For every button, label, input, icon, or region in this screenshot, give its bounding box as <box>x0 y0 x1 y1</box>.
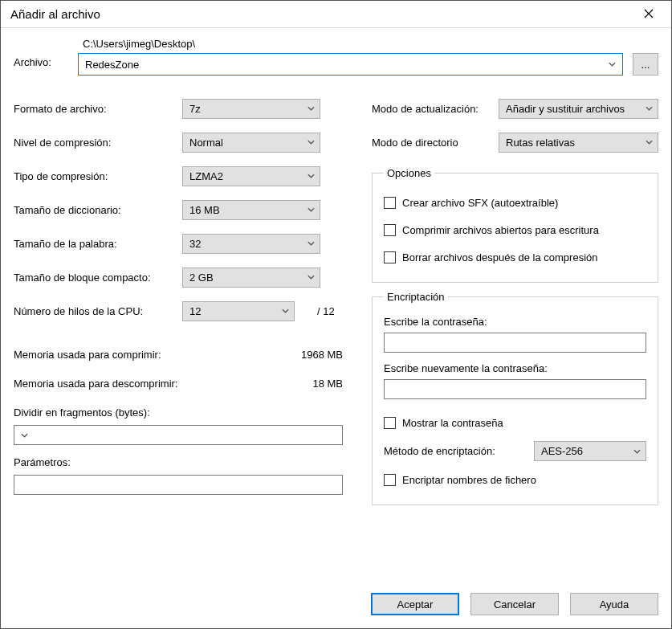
fragments-label: Dividir en fragmentos (bytes): <box>14 406 343 419</box>
format-label: Formato de archivo: <box>14 103 182 115</box>
mem-compress-value: 1968 MB <box>301 349 343 361</box>
checkbox-encrypt-names[interactable] <box>384 474 396 486</box>
encryption-legend: Encriptación <box>384 291 448 303</box>
enc-method-row: Método de encriptación: AES-256 <box>384 441 646 461</box>
archive-path: C:\Users\jimeg\Desktop\ <box>83 38 658 50</box>
browse-label: ... <box>641 59 650 71</box>
chevron-down-icon <box>633 449 641 454</box>
dict-label: Tamaño de diccionario: <box>14 204 182 216</box>
chevron-down-icon <box>646 140 653 145</box>
row-method: Tipo de compresión: LZMA2 <box>14 159 343 193</box>
opt-open-label: Comprimir archivos abiertos para escritu… <box>402 224 599 236</box>
threads-label: Número de hilos de la CPU: <box>14 305 182 317</box>
password-label: Escribe la contraseña: <box>384 316 646 328</box>
row-level: Nivel de compresión: Normal <box>14 125 343 159</box>
dialog-add-to-archive: Añadir al archivo Archivo: C:\Users\jime… <box>0 0 672 629</box>
chevron-down-icon <box>282 308 289 313</box>
row-format: Formato de archivo: 7z <box>14 92 343 125</box>
opt-open-row[interactable]: Comprimir archivos abiertos para escritu… <box>384 216 646 243</box>
word-value: 32 <box>189 238 201 250</box>
checkbox-delete-after[interactable] <box>384 251 396 263</box>
block-select[interactable]: 2 GB <box>182 268 320 288</box>
close-button[interactable] <box>631 2 666 27</box>
word-select[interactable]: 32 <box>182 234 320 254</box>
chevron-down-icon <box>307 241 315 246</box>
dict-value: 16 MB <box>189 204 220 216</box>
row-path-mode: Modo de directorio Rutas relativas <box>372 125 658 159</box>
params-input[interactable] <box>14 475 343 495</box>
show-password-label: Mostrar la contraseña <box>402 417 503 429</box>
word-label: Tamaño de la palabra: <box>14 238 182 250</box>
chevron-down-icon <box>307 174 315 178</box>
options-legend: Opciones <box>384 167 434 179</box>
cancel-label: Cancelar <box>494 598 536 611</box>
level-label: Nivel de compresión: <box>14 137 182 149</box>
dialog-buttons: Aceptar Cancelar Ayuda <box>1 580 671 628</box>
checkbox-sfx[interactable] <box>384 197 396 209</box>
checkbox-show-password[interactable] <box>384 417 396 429</box>
block-label: Tamaño de bloque compacto: <box>14 272 182 284</box>
row-update-mode: Modo de actualización: Añadir y sustitui… <box>372 92 658 125</box>
format-value: 7z <box>189 103 201 115</box>
enc-method-select[interactable]: AES-256 <box>534 441 646 461</box>
row-threads: Número de hilos de la CPU: 12 / 12 <box>14 294 343 328</box>
chevron-down-icon <box>307 275 315 280</box>
row-mem-compress: Memoria usada para comprimir: 1968 MB <box>14 342 343 366</box>
help-button[interactable]: Ayuda <box>570 593 658 615</box>
password-input[interactable] <box>384 333 646 353</box>
encryption-fieldset: Encriptación Escribe la contraseña: Escr… <box>372 291 658 505</box>
path-mode-value: Rutas relativas <box>506 137 575 149</box>
archive-name-input[interactable]: RedesZone <box>78 53 623 76</box>
close-icon <box>644 7 654 22</box>
row-mem-decompress: Memoria usada para descomprimir: 18 MB <box>14 371 343 395</box>
password-confirm-label: Escribe nuevamente la contraseña: <box>384 362 646 374</box>
row-word: Tamaño de la palabra: 32 <box>14 227 343 260</box>
path-mode-select[interactable]: Rutas relativas <box>499 133 658 153</box>
archive-field: C:\Users\jimeg\Desktop\ RedesZone ... <box>78 38 658 76</box>
block-value: 2 GB <box>189 272 214 284</box>
options-fieldset: Opciones Crear archivo SFX (autoextraíbl… <box>372 167 658 283</box>
opt-delete-label: Borrar archivos después de la compresión <box>402 251 598 263</box>
update-mode-value: Añadir y sustituir archivos <box>506 103 625 115</box>
chevron-down-icon <box>307 140 315 145</box>
chevron-down-icon <box>307 207 315 212</box>
chevron-down-icon <box>21 433 28 438</box>
dict-select[interactable]: 16 MB <box>182 200 320 220</box>
encrypt-names-label: Encriptar nombres de fichero <box>402 474 536 486</box>
right-column: Modo de actualización: Añadir y sustitui… <box>372 92 658 505</box>
params-label: Parámetros: <box>14 456 343 468</box>
level-select[interactable]: Normal <box>182 133 320 153</box>
enc-method-value: AES-256 <box>541 445 583 457</box>
mem-compress-label: Memoria usada para comprimir: <box>14 349 161 361</box>
show-password-row[interactable]: Mostrar la contraseña <box>384 409 646 436</box>
opt-sfx-label: Crear archivo SFX (autoextraíble) <box>402 197 558 209</box>
path-mode-label: Modo de directorio <box>372 137 499 149</box>
chevron-down-icon <box>646 106 653 111</box>
browse-button[interactable]: ... <box>633 53 658 76</box>
method-select[interactable]: LZMA2 <box>182 166 320 186</box>
archive-row: Archivo: C:\Users\jimeg\Desktop\ RedesZo… <box>14 38 658 76</box>
method-value: LZMA2 <box>189 170 223 182</box>
cancel-button[interactable]: Cancelar <box>470 593 559 615</box>
archive-name-value: RedesZone <box>85 59 139 71</box>
encrypt-names-row[interactable]: Encriptar nombres de fichero <box>384 466 646 493</box>
window-title: Añadir al archivo <box>10 7 100 21</box>
method-label: Tipo de compresión: <box>14 170 182 182</box>
dialog-content: Archivo: C:\Users\jimeg\Desktop\ RedesZo… <box>1 28 671 580</box>
archive-input-wrap: RedesZone ... <box>78 53 658 76</box>
opt-sfx-row[interactable]: Crear archivo SFX (autoextraíble) <box>384 189 646 216</box>
password-confirm-input[interactable] <box>384 379 646 399</box>
update-mode-select[interactable]: Añadir y sustituir archivos <box>499 99 658 119</box>
checkbox-open-files[interactable] <box>384 224 396 236</box>
opt-delete-row[interactable]: Borrar archivos después de la compresión <box>384 243 646 271</box>
titlebar: Añadir al archivo <box>1 1 671 28</box>
chevron-down-icon <box>609 62 616 67</box>
ok-button[interactable]: Aceptar <box>371 593 459 615</box>
format-select[interactable]: 7z <box>182 99 320 119</box>
mem-decompress-value: 18 MB <box>312 378 343 390</box>
enc-method-label: Método de encriptación: <box>384 445 523 457</box>
columns: Formato de archivo: 7z Nivel de compresi… <box>14 92 658 505</box>
ok-label: Aceptar <box>397 598 434 611</box>
fragments-input[interactable] <box>14 425 343 445</box>
threads-select[interactable]: 12 <box>182 301 295 321</box>
